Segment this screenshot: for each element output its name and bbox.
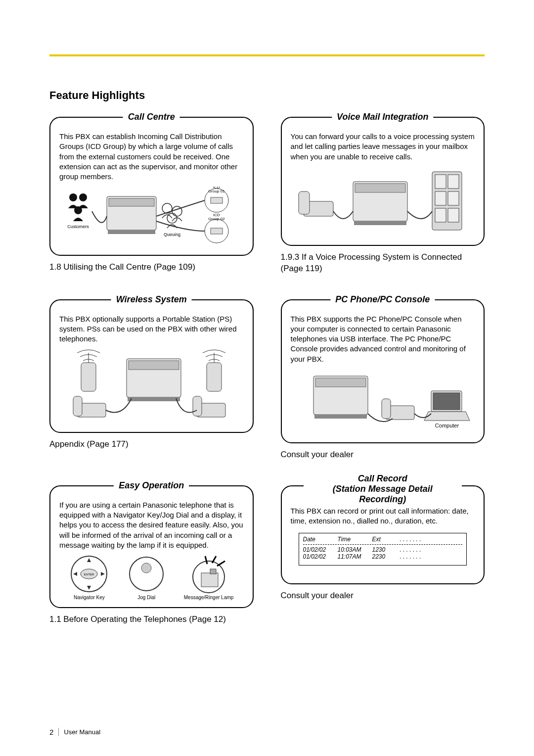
svg-marker-50: [87, 558, 91, 562]
svg-text:ENTER: ENTER: [84, 573, 94, 576]
features-grid: Call Centre This PBX can establish Incom…: [49, 117, 485, 625]
card-caption: Consult your dealer: [281, 449, 485, 461]
svg-rect-34: [207, 363, 222, 391]
svg-rect-14: [211, 228, 222, 234]
svg-point-0: [69, 193, 77, 201]
svg-rect-44: [382, 399, 391, 419]
wireless-illustration: [59, 349, 244, 425]
svg-marker-53: [101, 572, 105, 576]
navigator-key-icon: ENTER: [67, 554, 111, 594]
feature-call-record: Call Record (Station Message Detail Reco…: [281, 485, 485, 625]
svg-rect-24: [448, 175, 459, 189]
card-text: This PBX optionally supports a Portable …: [59, 314, 244, 344]
svg-rect-21: [354, 221, 406, 225]
feature-voice-mail: Voice Mail Integration You can forward y…: [281, 117, 485, 275]
table-row: 01/02/02 11:07AM 2230 . . . . . . .: [303, 553, 463, 560]
card-text: You can forward your calls to a voice pr…: [291, 132, 475, 162]
th-time: Time: [338, 536, 368, 543]
svg-rect-27: [435, 208, 446, 222]
label-computer: Computer: [435, 423, 459, 428]
svg-rect-41: [315, 378, 366, 387]
card-text: This PBX supports the PC Phone/PC Consol…: [291, 314, 475, 364]
svg-rect-30: [129, 361, 179, 370]
card-title: Voice Mail Integration: [332, 112, 433, 122]
svg-rect-25: [435, 191, 446, 205]
card-caption: 1.1 Before Operating the Telephones (Pag…: [49, 614, 254, 625]
svg-rect-46: [433, 393, 460, 410]
svg-rect-18: [299, 191, 310, 214]
top-accent-bar: [49, 54, 485, 56]
call-centre-illustration: Customers Queuing: [59, 187, 244, 248]
table-row: 01/02/02 10:03AM 1230 . . . . . . .: [303, 546, 463, 553]
svg-text:Group 02: Group 02: [209, 217, 225, 221]
svg-point-55: [141, 563, 151, 573]
easy-operation-illustration: ENTER Navigator Key Jog D: [59, 554, 244, 600]
label-navigator-key: Navigator Key: [74, 595, 105, 600]
content-area: Feature Highlights Call Centre This PBX …: [49, 89, 485, 625]
svg-rect-42: [314, 415, 367, 419]
svg-rect-20: [355, 184, 405, 192]
feature-call-centre: Call Centre This PBX can establish Incom…: [49, 117, 254, 275]
svg-point-2: [74, 206, 82, 214]
card-caption: 1.9.3 If a Voice Processing System is Co…: [281, 252, 485, 275]
label-customers: Customers: [67, 224, 89, 229]
svg-rect-39: [193, 396, 202, 416]
svg-rect-58: [210, 569, 216, 574]
th-date: Date: [303, 536, 334, 543]
svg-rect-4: [109, 198, 154, 206]
pc-console-illustration: Computer: [291, 369, 475, 435]
svg-line-60: [217, 561, 225, 566]
svg-rect-23: [435, 175, 446, 189]
svg-rect-37: [73, 396, 82, 416]
page-title: Feature Highlights: [49, 89, 485, 102]
card-caption: 1.8 Utilising the Call Centre (Page 109): [49, 262, 254, 273]
label-message-lamp: Message/Ringer Lamp: [184, 595, 234, 600]
th-ext: Ext: [372, 536, 396, 543]
message-lamp-icon: [181, 554, 236, 594]
svg-rect-31: [128, 397, 180, 401]
card-caption: Consult your dealer: [281, 590, 485, 602]
th-more: . . . . . . .: [400, 536, 421, 543]
page-number: 2: [49, 728, 59, 736]
svg-rect-5: [108, 230, 155, 234]
label-jog-dial: Jog Dial: [137, 595, 155, 600]
feature-easy-operation: Easy Operation If you are using a certai…: [49, 485, 254, 625]
footer-label: User Manual: [64, 728, 100, 736]
svg-marker-51: [87, 586, 91, 590]
card-text: This PBX can record or print out call in…: [291, 506, 475, 526]
card-title: Easy Operation: [114, 480, 189, 491]
card-text: If you are using a certain Panasonic tel…: [59, 500, 244, 550]
svg-point-54: [130, 557, 163, 591]
call-record-table: Date Time Ext . . . . . . . 01/02/02 10:…: [299, 533, 467, 566]
feature-pc-console: PC Phone/PC Console This PBX supports th…: [281, 299, 485, 461]
svg-point-1: [79, 193, 87, 201]
feature-wireless: Wireless System This PBX optionally supp…: [49, 299, 254, 461]
svg-rect-26: [448, 191, 459, 205]
card-title: Call Centre: [123, 112, 180, 122]
card-title: Call Record (Station Message Detail Reco…: [304, 473, 462, 505]
page-footer: 2 User Manual: [49, 728, 100, 736]
card-caption: Appendix (Page 177): [49, 439, 254, 450]
svg-marker-52: [73, 572, 77, 576]
voice-mail-illustration: [291, 167, 475, 238]
svg-rect-28: [448, 208, 459, 222]
jog-dial-icon: [127, 554, 166, 594]
card-title: PC Phone/PC Console: [330, 294, 435, 305]
svg-text:Group 01: Group 01: [209, 189, 225, 193]
svg-rect-10: [211, 197, 222, 203]
svg-rect-57: [201, 573, 218, 587]
card-text: This PBX can establish Incoming Call Dis…: [59, 132, 244, 182]
label-queuing: Queuing: [164, 232, 180, 237]
svg-line-61: [205, 556, 207, 564]
svg-rect-32: [81, 363, 96, 391]
card-title: Wireless System: [111, 294, 192, 305]
